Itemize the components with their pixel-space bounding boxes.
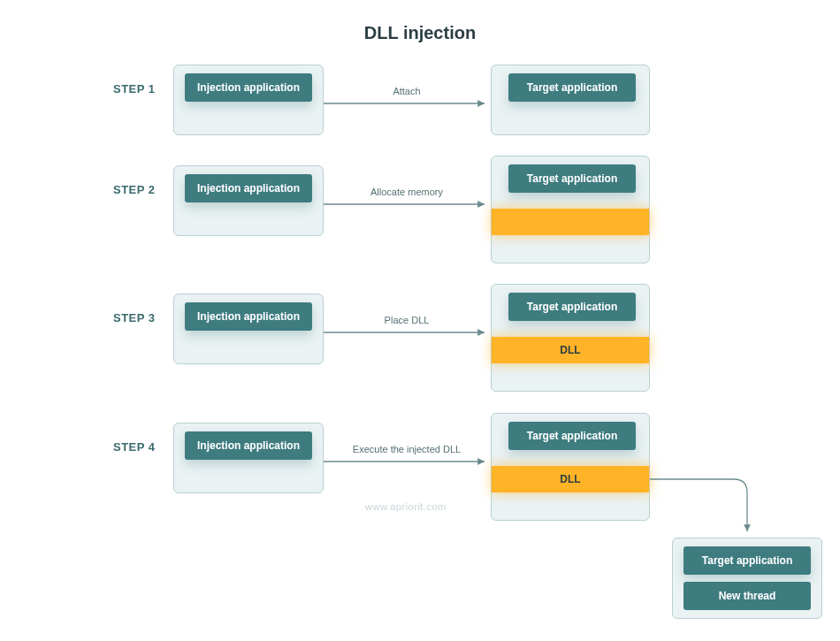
step2-right-chip: Target application — [508, 164, 636, 193]
step1-left-chip: Injection application — [185, 73, 312, 102]
step4-label: STEP 4 — [113, 440, 156, 454]
step3-arrow — [324, 326, 491, 339]
step1-arrow — [324, 97, 491, 110]
step2-arrow-label: Allocate memory — [336, 187, 477, 197]
step4-result-arrow — [650, 466, 765, 546]
step4-dll-block: DLL — [492, 466, 649, 492]
step3-right-chip: Target application — [508, 293, 636, 321]
step2-memory-block — [492, 209, 649, 235]
step3-arrow-label: Place DLL — [336, 315, 477, 325]
step2-label: STEP 2 — [113, 183, 156, 196]
step2-left-chip: Injection application — [185, 174, 312, 202]
step4-right-chip: Target application — [508, 422, 636, 450]
step1-label: STEP 1 — [113, 82, 156, 95]
step4-arrow — [324, 455, 491, 468]
diagram-stage: STEP 1 Injection application Target appl… — [0, 0, 840, 641]
step3-dll-block: DLL — [492, 337, 649, 363]
step4-arrow-label: Execute the injected DLL — [336, 444, 477, 454]
step2-arrow — [324, 198, 491, 210]
step4-result-bottom: New thread — [683, 582, 811, 610]
step1-right-chip: Target application — [508, 73, 636, 102]
step3-left-chip: Injection application — [185, 302, 312, 331]
step1-arrow-label: Attach — [336, 86, 477, 96]
watermark-text: www.apriorit.com — [365, 501, 447, 512]
step4-result-top: Target application — [683, 546, 811, 575]
step4-left-chip: Injection application — [185, 431, 312, 460]
step3-label: STEP 3 — [113, 311, 156, 324]
